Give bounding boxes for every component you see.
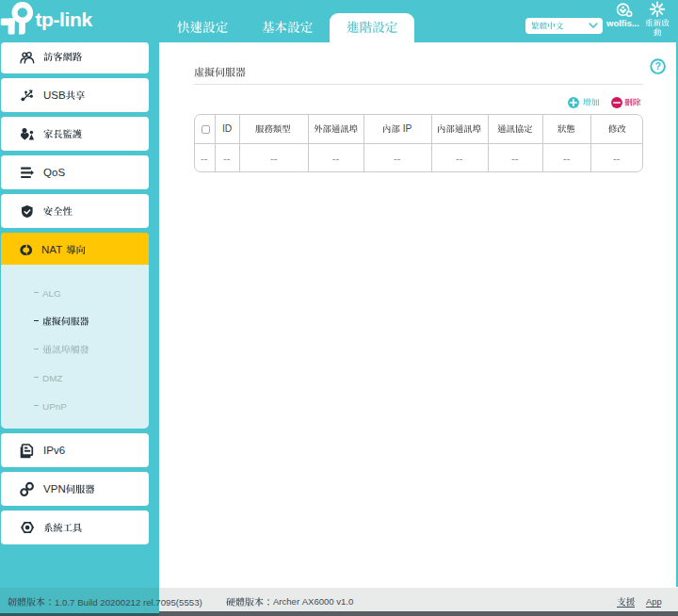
- svg-text:?: ?: [654, 60, 660, 72]
- svg-text:QoS: QoS: [43, 167, 65, 178]
- svg-text:tp-link: tp-link: [36, 8, 93, 30]
- svg-text:--: --: [456, 152, 463, 163]
- svg-text:--: --: [201, 152, 208, 163]
- svg-text:wolfis...: wolfis...: [605, 18, 639, 28]
- svg-text:VPN: VPN: [43, 483, 66, 494]
- svg-text:NAT: NAT: [41, 244, 65, 255]
- svg-text:--: --: [270, 152, 278, 163]
- svg-text:App: App: [646, 596, 662, 607]
- svg-text:--: --: [511, 152, 519, 163]
- svg-text:USB: USB: [43, 89, 66, 101]
- svg-text:ID: ID: [222, 123, 232, 134]
- svg-text:DMZ: DMZ: [42, 372, 62, 382]
- svg-text:--: --: [332, 152, 340, 163]
- svg-text:--: --: [613, 152, 621, 163]
- svg-text:IPv6: IPv6: [43, 445, 65, 456]
- svg-text:ALG: ALG: [42, 287, 61, 298]
- svg-text:IP: IP: [400, 123, 412, 134]
- svg-text:Archer AX6000 v1.0: Archer AX6000 v1.0: [273, 597, 353, 608]
- svg-text:--: --: [394, 152, 401, 163]
- svg-text:UPnP: UPnP: [42, 400, 67, 411]
- svg-text:--: --: [223, 152, 231, 163]
- svg-text:--: --: [563, 152, 571, 163]
- svg-text:1.0.7 Build 20200212 rel.7095(: 1.0.7 Build 20200212 rel.7095(5553): [55, 597, 202, 608]
